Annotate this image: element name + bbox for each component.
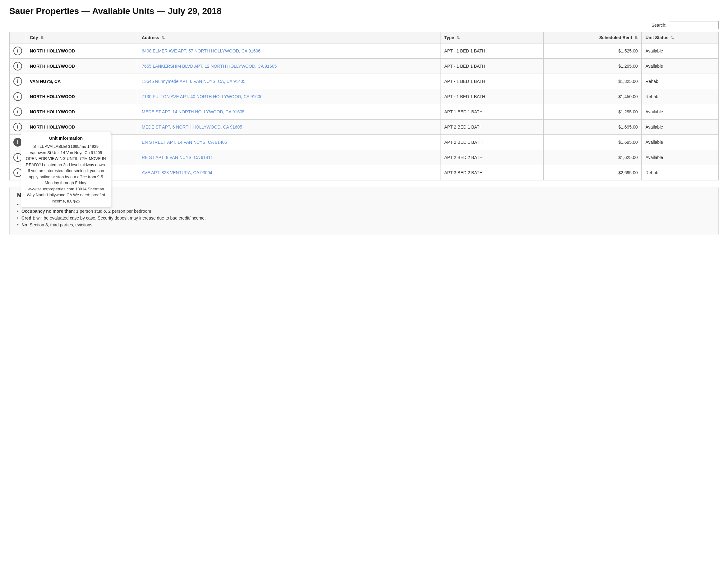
table-row: iVAN NUYS, CA13645 Runnymede APT. 6 VAN … <box>10 74 719 89</box>
cell-type: APT 3 BED 2 BATH <box>440 165 544 181</box>
cell-rent: $2,695.00 <box>544 165 642 181</box>
tooltip-title: Unit Information <box>25 135 106 142</box>
cell-type: APT 2 BED 1 BATH <box>440 135 544 150</box>
cell-rent: $1,325.00 <box>544 74 642 89</box>
list-item: Income: 2 times the rent <box>17 202 711 207</box>
address-link[interactable]: RE ST APT. 8 VAN NUYS, CA 91411 <box>142 155 213 160</box>
cell-address[interactable]: RE ST APT. 8 VAN NUYS, CA 91411 <box>138 150 440 165</box>
cell-type: APT 1 BED 1 BATH <box>440 104 544 120</box>
cell-type: APT - 1 BED 1 BATH <box>440 59 544 74</box>
col-address: Address ⇅ <box>138 32 440 44</box>
requirement-bold: No <box>21 222 27 227</box>
search-label: Search: <box>652 23 666 28</box>
table-row: iNORTH HOLLYWOODMEDE ST APT. 6 NORTH HOL… <box>10 120 719 135</box>
cell-address[interactable]: 13645 Runnymede APT. 6 VAN NUYS, CA, CA … <box>138 74 440 89</box>
address-link[interactable]: MEDE ST APT. 6 NORTH HOLLYWOOD, CA 91605 <box>142 125 242 130</box>
cell-city: VAN NUYS, CA <box>26 74 138 89</box>
requirements-list: Income: 2 times the rentOccupancy no mor… <box>17 202 711 227</box>
cell-status: Rehab <box>642 89 719 104</box>
address-link[interactable]: 7655 LANKERSHIM BLVD APT. 12 NORTH HOLLY… <box>142 64 277 69</box>
list-item: No: Section 8, third parties, evictions <box>17 222 711 227</box>
cell-rent: $1,295.00 <box>544 59 642 74</box>
col-status: Unit Status ⇅ <box>642 32 719 44</box>
cell-type: APT 2 BED 1 BATH <box>440 120 544 135</box>
requirements-box: Minimum rental requirements: Income: 2 t… <box>9 187 719 235</box>
cell-status: Rehab <box>642 165 719 181</box>
cell-type: APT - 1 BED 1 BATH <box>440 74 544 89</box>
col-type: Type ⇅ <box>440 32 544 44</box>
cell-city: NORTH HOLLYWOOD <box>26 89 138 104</box>
cell-city: NORTH HOLLYWOOD <box>26 59 138 74</box>
info-button-3[interactable]: i <box>13 77 22 86</box>
cell-rent: $1,695.00 <box>544 120 642 135</box>
page-title: Sauer Properties — Available Units — Jul… <box>9 6 719 16</box>
cell-rent: $1,695.00 <box>544 135 642 150</box>
col-info <box>10 32 26 44</box>
cell-status: Rehab <box>642 74 719 89</box>
table-row: iNORTH HOLLYWOOD7655 LANKERSHIM BLVD APT… <box>10 59 719 74</box>
list-item: Occupancy no more than: 1 person studio,… <box>17 209 711 214</box>
address-link[interactable]: 7130 FULTON AVE APT. 40 NORTH HOLLYWOOD,… <box>142 94 263 99</box>
cell-status: Available <box>642 44 719 59</box>
search-input[interactable] <box>669 21 719 29</box>
info-button-6[interactable]: i <box>13 123 22 131</box>
cell-rent: $1,525.00 <box>544 44 642 59</box>
cell-status: Available <box>642 104 719 120</box>
address-link[interactable]: EN STREET APT. 14 VAN NUYS, CA 91405 <box>142 140 227 145</box>
sort-icon-status[interactable]: ⇅ <box>671 36 674 40</box>
table-row: iNORTH HOLLYWOOD7130 FULTON AVE APT. 40 … <box>10 89 719 104</box>
cell-address[interactable]: MEDE ST APT. 6 NORTH HOLLYWOOD, CA 91605 <box>138 120 440 135</box>
info-button-1[interactable]: i <box>13 47 22 55</box>
cell-status: Available <box>642 135 719 150</box>
table-row: iUnit InformationSTILL AVAILABLE! $1695/… <box>10 135 719 150</box>
address-link[interactable]: 13645 Runnymede APT. 6 VAN NUYS, CA, CA … <box>142 79 246 84</box>
cell-address[interactable]: EN STREET APT. 14 VAN NUYS, CA 91405 <box>138 135 440 150</box>
cell-status: Available <box>642 150 719 165</box>
cell-city: NORTH HOLLYWOOD <box>26 44 138 59</box>
requirement-bold: Occupancy no more than <box>21 209 74 214</box>
cell-status: Available <box>642 59 719 74</box>
sort-icon-rent[interactable]: ⇅ <box>634 36 638 40</box>
col-rent: Scheduled Rent ⇅ <box>544 32 642 44</box>
cell-city: NORTH HOLLYWOOD <box>26 104 138 120</box>
cell-rent: $1,625.00 <box>544 150 642 165</box>
address-link[interactable]: AVE APT. 828 VENTURA, CA 93004 <box>142 170 212 175</box>
table-row: iNORTH HOLLYWOODMEDE ST APT. 14 NORTH HO… <box>10 104 719 120</box>
info-button-2[interactable]: i <box>13 62 22 70</box>
cell-address[interactable]: 7655 LANKERSHIM BLVD APT. 12 NORTH HOLLY… <box>138 59 440 74</box>
cell-rent: $1,450.00 <box>544 89 642 104</box>
sort-icon-type[interactable]: ⇅ <box>457 36 460 40</box>
cell-address[interactable]: AVE APT. 828 VENTURA, CA 93004 <box>138 165 440 181</box>
table-row: iVAN NUYS, CARE ST APT. 8 VAN NUYS, CA 9… <box>10 150 719 165</box>
info-button-4[interactable]: i <box>13 92 22 101</box>
requirement-bold: Credit <box>21 216 34 220</box>
list-item: Credit: will be evaluated case by case. … <box>17 216 711 220</box>
cell-status: Available <box>642 120 719 135</box>
cell-rent: $1,295.00 <box>544 104 642 120</box>
address-link[interactable]: 6408 ELMER AVE APT. 57 NORTH HOLLYWOOD, … <box>142 49 260 53</box>
table-row: iNORTH HOLLYWOOD6408 ELMER AVE APT. 57 N… <box>10 44 719 59</box>
tooltip-popup: Unit InformationSTILL AVAILABLE! $1695/m… <box>21 132 111 207</box>
search-bar: Search: <box>9 21 719 29</box>
cell-address[interactable]: 7130 FULTON AVE APT. 40 NORTH HOLLYWOOD,… <box>138 89 440 104</box>
sort-icon-address[interactable]: ⇅ <box>162 36 165 40</box>
units-table: City ⇅ Address ⇅ Type ⇅ Scheduled Rent ⇅… <box>9 32 719 181</box>
cell-address[interactable]: 6408 ELMER AVE APT. 57 NORTH HOLLYWOOD, … <box>138 44 440 59</box>
table-header-row: City ⇅ Address ⇅ Type ⇅ Scheduled Rent ⇅… <box>10 32 719 44</box>
col-city: City ⇅ <box>26 32 138 44</box>
cell-type: APT 2 BED 2 BATH <box>440 150 544 165</box>
cell-type: APT - 1 BED 1 BATH <box>440 89 544 104</box>
address-link[interactable]: MEDE ST APT. 14 NORTH HOLLYWOOD, CA 9160… <box>142 109 245 114</box>
info-button-5[interactable]: i <box>13 108 22 116</box>
requirements-title: Minimum rental requirements: <box>17 193 711 198</box>
sort-icon-city[interactable]: ⇅ <box>41 36 44 40</box>
cell-address[interactable]: MEDE ST APT. 14 NORTH HOLLYWOOD, CA 9160… <box>138 104 440 120</box>
tooltip-text: STILL AVAILABLE! $1695/mo 14929 Vanowen … <box>25 143 106 204</box>
cell-type: APT - 1 BED 1 BATH <box>440 44 544 59</box>
table-row: iVENTURAAVE APT. 828 VENTURA, CA 93004AP… <box>10 165 719 181</box>
